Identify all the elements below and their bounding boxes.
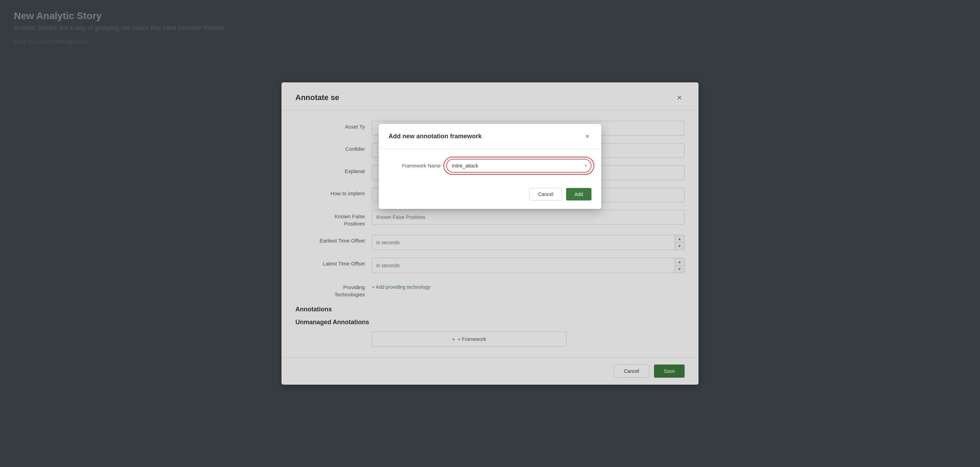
sub-dialog-body: Framework Name × [379, 149, 601, 183]
framework-name-label: Framework Name [388, 163, 441, 168]
framework-name-input-wrapper: × [446, 159, 592, 173]
framework-name-input[interactable] [446, 159, 592, 173]
annotate-panel: Annotate se × Asset Ty Confider Explanat… [282, 83, 698, 384]
sub-dialog-add-button[interactable]: Add [566, 188, 592, 200]
framework-name-clear-button[interactable]: × [584, 163, 587, 168]
sub-dialog-close-button[interactable]: × [583, 132, 592, 141]
framework-name-row: Framework Name × [388, 159, 592, 173]
add-framework-dialog: Add new annotation framework × Framework… [379, 124, 601, 209]
sub-dialog-header: Add new annotation framework × [379, 124, 601, 149]
sub-dialog-backdrop: Add new annotation framework × Framework… [282, 83, 698, 384]
sub-dialog-footer: Cancel Add [379, 183, 601, 209]
sub-dialog-cancel-button[interactable]: Cancel [529, 188, 562, 200]
overlay-backdrop: Annotate se × Asset Ty Confider Explanat… [0, 0, 980, 467]
sub-dialog-title: Add new annotation framework [388, 133, 482, 140]
